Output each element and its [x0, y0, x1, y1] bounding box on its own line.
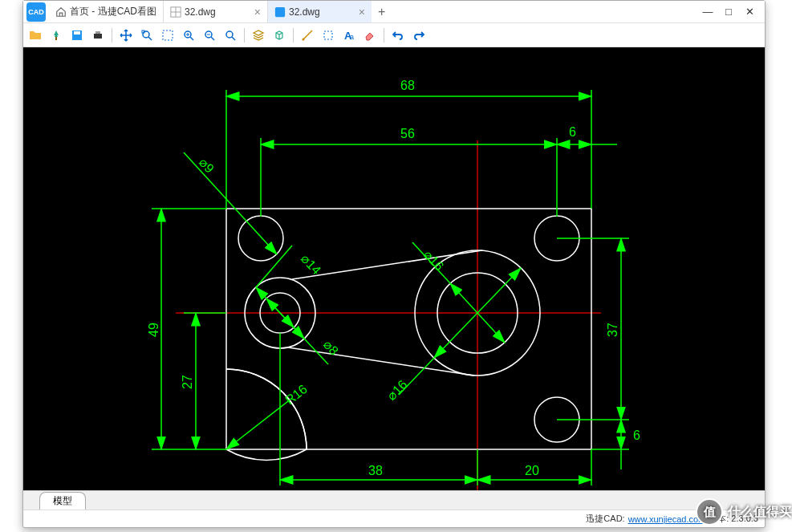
svg-point-23	[303, 38, 305, 40]
svg-line-63	[184, 152, 277, 254]
dim-68: 68	[400, 79, 415, 92]
watermark-text: 什么值得买	[728, 504, 792, 521]
cad-file-icon	[274, 6, 286, 18]
drawing-canvas[interactable]: 68 56 6 49 27 37 6 38 20 ⌀9 ⌀14 ⌀8 ⌀16 ⌀…	[23, 47, 765, 490]
status-link[interactable]: www.xunjiecad.com	[628, 514, 706, 524]
folder-icon	[29, 29, 42, 42]
svg-line-72	[226, 401, 288, 449]
zoom-fit-icon	[140, 29, 153, 42]
zoom-extents-button[interactable]	[138, 26, 156, 44]
window-controls: — □ ✕	[692, 6, 765, 18]
pan-button[interactable]	[117, 26, 135, 44]
text-icon: Aa	[343, 29, 355, 42]
measure-icon	[301, 29, 314, 42]
svg-rect-4	[55, 37, 57, 40]
redo-button[interactable]	[410, 26, 428, 44]
home-icon	[55, 6, 67, 18]
svg-rect-11	[142, 30, 144, 33]
eraser-icon	[364, 29, 376, 42]
dim-56: 56	[400, 127, 415, 140]
palm-icon	[50, 29, 63, 42]
save-icon	[71, 29, 83, 42]
dim-phi16a: ⌀16	[421, 247, 446, 273]
model-tab[interactable]: 模型	[39, 492, 86, 510]
grid-icon	[170, 6, 181, 18]
svg-rect-12	[163, 30, 173, 40]
cad-drawing: 68 56 6 49 27 37 6 38 20 ⌀9 ⌀14 ⌀8 ⌀16 ⌀…	[23, 47, 765, 490]
add-tab-button[interactable]: +	[372, 5, 392, 19]
svg-line-21	[232, 37, 235, 40]
magnifier-icon	[224, 29, 237, 42]
home-label: 首页 - 迅捷CAD看图	[70, 5, 156, 18]
separator	[293, 28, 294, 43]
svg-point-9	[143, 31, 149, 38]
dim-37: 37	[606, 323, 619, 337]
undo-button[interactable]	[389, 26, 407, 44]
save-button[interactable]	[68, 26, 86, 44]
home-tab[interactable]: 首页 - 迅捷CAD看图	[49, 5, 163, 18]
file-tab-2[interactable]: 32.dwg ×	[267, 1, 372, 22]
svg-rect-3	[275, 6, 285, 16]
print-button[interactable]	[89, 26, 107, 44]
svg-text:a: a	[350, 33, 354, 41]
palm-button[interactable]	[47, 26, 65, 44]
separator	[244, 28, 245, 43]
cube-icon	[273, 29, 286, 42]
dim-phi14: ⌀14	[299, 251, 323, 277]
area-button[interactable]	[319, 26, 337, 44]
dim-6-top: 6	[569, 125, 576, 139]
erase-button[interactable]	[361, 26, 379, 44]
status-prefix: 迅捷CAD:	[586, 513, 624, 525]
close-icon[interactable]: ×	[359, 6, 365, 18]
undo-icon	[392, 29, 404, 42]
separator	[112, 28, 112, 43]
zoom-realtime-button[interactable]	[221, 26, 239, 44]
svg-rect-7	[94, 34, 102, 39]
dim-49: 49	[147, 323, 160, 337]
tab-label: 32.dwg	[289, 6, 320, 18]
bottom-tabs: 模型	[23, 490, 765, 510]
dim-phi9: ⌀9	[197, 155, 217, 175]
svg-rect-29	[226, 209, 591, 449]
dim-6-right: 6	[633, 428, 640, 442]
dim-20: 20	[525, 464, 539, 477]
zoom-out-button[interactable]	[201, 26, 218, 44]
svg-line-10	[148, 37, 152, 40]
svg-rect-8	[95, 31, 100, 34]
maximize-button[interactable]: □	[723, 6, 734, 18]
measure-button[interactable]	[299, 26, 316, 44]
dim-phi16b: ⌀16	[384, 377, 410, 403]
separator	[384, 28, 384, 43]
app-icon: CAD	[26, 2, 46, 22]
zoom-in-button[interactable]	[180, 26, 197, 44]
svg-rect-24	[324, 31, 332, 39]
zoom-window-button[interactable]	[159, 26, 177, 44]
close-icon[interactable]: ×	[254, 6, 261, 18]
redo-icon	[412, 29, 425, 42]
titlebar: CAD 首页 - 迅捷CAD看图 32.dwg × 32.dwg × + — □…	[23, 1, 765, 23]
tab-label: 32.dwg	[185, 6, 216, 18]
move-icon	[120, 29, 132, 42]
svg-line-14	[190, 37, 193, 40]
layers-button[interactable]	[250, 26, 267, 44]
svg-point-20	[226, 31, 233, 38]
svg-rect-6	[74, 31, 80, 35]
dim-38: 38	[368, 464, 383, 477]
open-button[interactable]	[26, 26, 44, 44]
statusbar: 迅捷CAD: www.xunjiecad.com 版本: 2.3.0.3	[23, 510, 765, 527]
dim-r16: R16	[282, 382, 310, 408]
toolbar: Aa	[23, 23, 765, 47]
dim-27: 27	[181, 375, 194, 389]
close-button[interactable]: ✕	[744, 6, 755, 18]
minimize-button[interactable]: —	[702, 6, 713, 18]
watermark-badge: 值	[696, 498, 723, 526]
text-button[interactable]: Aa	[340, 26, 358, 44]
print-icon	[91, 29, 104, 42]
zoom-out-icon	[203, 29, 216, 42]
area-icon	[322, 29, 335, 42]
svg-line-18	[211, 37, 214, 40]
zoom-in-icon	[182, 29, 195, 42]
app-window: CAD 首页 - 迅捷CAD看图 32.dwg × 32.dwg × + — □…	[22, 0, 766, 528]
3d-button[interactable]	[270, 26, 288, 44]
file-tab-1[interactable]: 32.dwg ×	[163, 1, 267, 22]
